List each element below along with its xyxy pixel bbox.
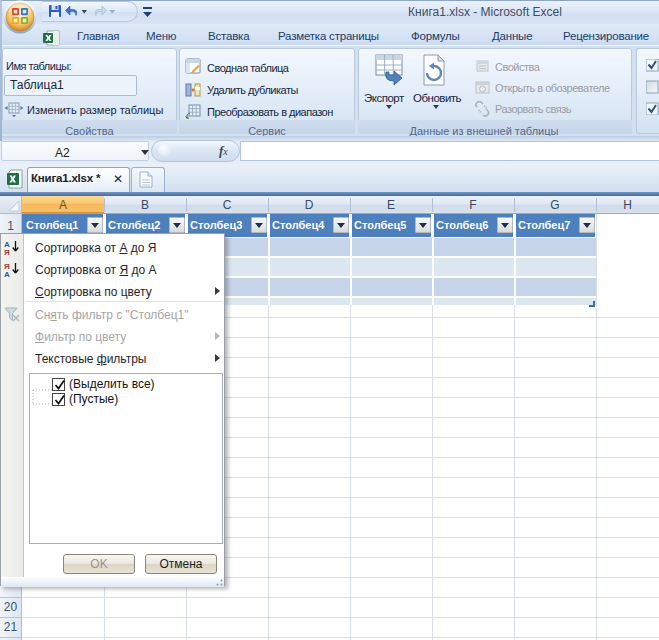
svg-text:Я: Я (4, 248, 10, 255)
svg-text:А: А (4, 270, 10, 277)
